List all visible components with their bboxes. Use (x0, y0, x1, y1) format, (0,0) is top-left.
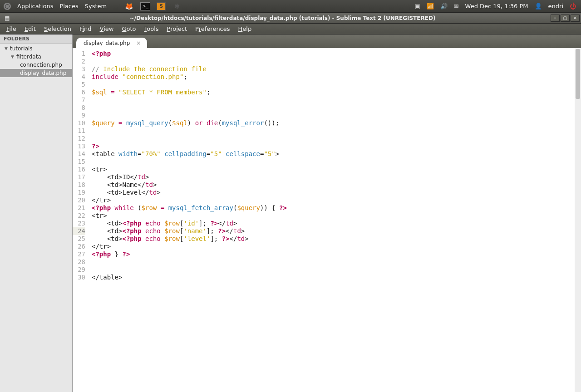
window-close-button[interactable]: ✕ (571, 15, 580, 22)
menu-file[interactable]: File (3, 24, 20, 33)
menu-preferences[interactable]: Preferences (192, 24, 233, 33)
window-minimize-button[interactable]: – (551, 15, 560, 22)
app-menubar: File Edit Selection Find View Goto Tools… (0, 24, 581, 34)
tree-folder-filterdata[interactable]: ▼ filterdata (0, 53, 72, 61)
menu-help[interactable]: Help (235, 24, 256, 33)
window-title: ~/Desktop/htdocs/tutorials/filterdata/di… (15, 15, 551, 21)
menu-project[interactable]: Project (163, 24, 191, 33)
editor-scrollbar[interactable] (575, 48, 581, 392)
tab-display-data[interactable]: display_data.php × (76, 38, 147, 49)
line-number-gutter: 1234567891011121314151617181920212223242… (73, 48, 89, 392)
sublime-icon[interactable]: S (157, 2, 166, 10)
tree-folder-root[interactable]: ▼ tutorials (0, 44, 72, 53)
window-maximize-button[interactable]: ▢ (561, 15, 570, 22)
menu-goto[interactable]: Goto (118, 24, 139, 33)
code-content[interactable]: <?php // Include the connection fileincl… (89, 48, 581, 392)
power-icon[interactable]: ⏻ (570, 2, 576, 10)
menu-edit[interactable]: Edit (21, 24, 39, 33)
tree-file-display-data[interactable]: display_data.php (0, 69, 72, 77)
app-misc-icon[interactable]: ✱ (172, 1, 182, 11)
workspace: FOLDERS ▼ tutorials ▼ filterdata connect… (0, 34, 581, 392)
menu-tools[interactable]: Tools (141, 24, 162, 33)
tab-bar: display_data.php × (73, 34, 581, 48)
panel-menu-places[interactable]: Places (59, 3, 78, 10)
firefox-icon[interactable]: 🦊 (124, 1, 134, 11)
volume-icon[interactable]: 🔊 (440, 3, 448, 10)
window-titlebar: ▤ ~/Desktop/htdocs/tutorials/filterdata/… (0, 13, 581, 24)
panel-menu-system[interactable]: System (85, 3, 107, 10)
tab-close-icon[interactable]: × (136, 40, 141, 46)
wifi-icon[interactable]: 📶 (427, 3, 434, 10)
sidebar-header: FOLDERS (0, 34, 72, 44)
window-app-icon: ▤ (3, 15, 12, 21)
user-icon[interactable]: 👤 (535, 3, 542, 10)
tab-label: display_data.php (84, 40, 130, 46)
scrollbar-thumb[interactable] (576, 49, 580, 99)
tree-label: display_data.php (20, 70, 66, 76)
sidebar: FOLDERS ▼ tutorials ▼ filterdata connect… (0, 34, 73, 392)
menu-selection[interactable]: Selection (40, 24, 75, 33)
menu-find[interactable]: Find (76, 24, 95, 33)
folder-tree: ▼ tutorials ▼ filterdata connection.php … (0, 44, 72, 78)
editor-column: display_data.php × 123456789101112131415… (73, 34, 581, 392)
terminal-icon[interactable]: >_ (140, 2, 150, 10)
gnome-panel: Applications Places System 🦊 >_ S ✱ ▣ 📶 … (0, 0, 581, 13)
tree-label: filterdata (16, 54, 41, 60)
panel-datetime[interactable]: Wed Dec 19, 1:36 PM (465, 3, 528, 10)
panel-username[interactable]: endri (548, 3, 563, 10)
code-editor[interactable]: 1234567891011121314151617181920212223242… (73, 48, 581, 392)
ubuntu-logo-icon[interactable] (4, 3, 11, 10)
tree-file-connection[interactable]: connection.php (0, 61, 72, 69)
panel-menu-applications[interactable]: Applications (17, 3, 53, 10)
menu-view[interactable]: View (96, 24, 118, 33)
mail-icon[interactable]: ✉ (454, 3, 459, 10)
disclosure-icon: ▼ (11, 54, 15, 59)
disclosure-icon: ▼ (5, 46, 8, 51)
tray-indicator-icon[interactable]: ▣ (414, 3, 420, 10)
tree-label: connection.php (20, 62, 62, 68)
tree-label: tutorials (10, 45, 33, 52)
